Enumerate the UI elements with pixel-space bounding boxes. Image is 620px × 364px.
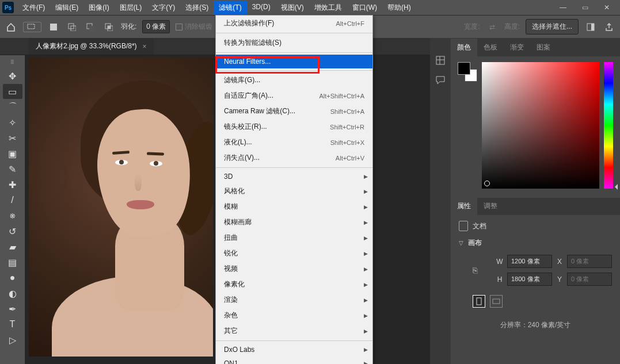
eyedropper-tool[interactable]: ✎ (3, 162, 22, 177)
svg-rect-14 (477, 298, 481, 305)
pen-tool[interactable]: ✒ (3, 301, 22, 316)
type-tool[interactable]: T (3, 317, 22, 332)
magic-wand-tool[interactable]: ✧ (3, 115, 22, 130)
orient-landscape-button[interactable] (490, 295, 503, 308)
eraser-tool[interactable]: ▰ (3, 239, 22, 254)
filter-item-其它[interactable]: 其它 (216, 323, 372, 339)
toolbox: ✥▭⌒✧✂▣✎✚/⎈↺▰▤●◐✒T▷ (0, 55, 25, 364)
color-tab-图案[interactable]: 图案 (530, 39, 557, 56)
path-sel-tool[interactable]: ▷ (3, 332, 22, 347)
document-title: 人像素材2.jpg @ 33.3%(RGB/8*) (36, 41, 137, 51)
menu-编辑(E)[interactable]: 编辑(E) (50, 1, 83, 15)
width-input[interactable]: 1200 像素 (507, 255, 552, 268)
filter-item-模糊[interactable]: 模糊 (216, 199, 372, 214)
sel-int-icon[interactable] (102, 21, 115, 33)
menu-帮助(H)[interactable]: 帮助(H) (382, 1, 416, 15)
document-tab[interactable]: 人像素材2.jpg @ 33.3%(RGB/8*) × (29, 38, 154, 55)
properties-panel: 文档 ▽ 画布 ⎘ W 1200 像素 X 0 像素 H 1800 像素 Y 0… (451, 215, 620, 336)
filter-item-镜头校正(R)...[interactable]: 镜头校正(R)...Shift+Ctrl+R (216, 119, 372, 135)
link-dims-icon[interactable]: ⎘ (473, 266, 492, 275)
dodge-tool[interactable]: ◐ (3, 286, 22, 301)
blur-tool[interactable]: ● (3, 270, 22, 285)
color-tab-渐变[interactable]: 渐变 (504, 39, 530, 56)
filter-menu-dropdown: 上次滤镜操作(F)Alt+Ctrl+F转换为智能滤镜(S)Neural Filt… (215, 15, 373, 364)
menu-视图(V)[interactable]: 视图(V) (276, 1, 309, 15)
filter-item-视频[interactable]: 视频 (216, 261, 372, 277)
menu-滤镜(T)[interactable]: 滤镜(T) (214, 1, 246, 15)
filter-item-风格化[interactable]: 风格化 (216, 183, 372, 199)
menu-增效工具[interactable]: 增效工具 (309, 1, 347, 15)
brush-tool[interactable]: / (3, 193, 22, 208)
window-min[interactable]: — (552, 0, 574, 15)
filter-item-消失点(V)...[interactable]: 消失点(V)...Alt+Ctrl+V (216, 150, 372, 166)
filter-item-杂色[interactable]: 杂色 (216, 308, 372, 323)
fg-bg-swatch[interactable] (458, 62, 477, 82)
tool-preset[interactable] (23, 22, 41, 32)
panel-toggle-icon[interactable] (584, 21, 597, 33)
filter-item-像素化[interactable]: 像素化 (216, 277, 372, 292)
filter-item-渲染[interactable]: 渲染 (216, 292, 372, 308)
filter-item-转换为智能滤镜(S)[interactable]: 转换为智能滤镜(S) (216, 35, 372, 51)
gradient-tool[interactable]: ▤ (3, 255, 22, 270)
window-close[interactable]: ✕ (596, 0, 618, 15)
history-brush-tool[interactable]: ↺ (3, 224, 22, 239)
hue-slider[interactable] (604, 62, 613, 189)
menu-图像(I)[interactable]: 图像(I) (83, 1, 114, 15)
color-field[interactable] (482, 62, 599, 189)
stamp-tool[interactable]: ⎈ (3, 208, 22, 223)
filter-item-液化(L)...[interactable]: 液化(L)...Shift+Ctrl+X (216, 135, 372, 150)
y-input: 0 像素 (567, 273, 612, 286)
menu-选择(S)[interactable]: 选择(S) (180, 1, 214, 15)
move-tool[interactable]: ✥ (3, 68, 22, 83)
window-max[interactable]: ▭ (574, 0, 596, 15)
filter-item-DxO Labs[interactable]: DxO Labs (216, 343, 372, 357)
y-label: Y (556, 275, 564, 283)
feather-input[interactable]: 0 像素 (142, 20, 170, 33)
menu-文字(Y)[interactable]: 文字(Y) (147, 1, 180, 15)
toolbox-grip[interactable] (4, 60, 21, 64)
filter-item-滤镜库(G)...[interactable]: 滤镜库(G)... (216, 72, 372, 88)
lasso-tool[interactable]: ⌒ (3, 99, 22, 114)
properties-tabs: 属性调整 (451, 198, 620, 215)
filter-item-模糊画廊[interactable]: 模糊画廊 (216, 214, 372, 230)
orient-portrait-button[interactable] (473, 295, 485, 308)
svg-rect-10 (591, 24, 594, 30)
chevron-down-icon[interactable]: ▽ (459, 240, 463, 246)
x-input: 0 像素 (567, 255, 612, 268)
menu-3D(D)[interactable]: 3D(D) (247, 1, 276, 15)
filter-item-3D[interactable]: 3D (216, 170, 372, 183)
menu-窗口(W)[interactable]: 窗口(W) (347, 1, 382, 15)
sel-new-icon[interactable] (47, 21, 60, 33)
document-image (29, 58, 213, 357)
prop-tab-属性[interactable]: 属性 (451, 197, 477, 215)
healing-tool[interactable]: ✚ (3, 177, 22, 192)
filter-item-锐化[interactable]: 锐化 (216, 246, 372, 261)
sel-sub-icon[interactable] (84, 21, 97, 33)
share-icon[interactable] (603, 21, 615, 33)
filter-item-ON1[interactable]: ON1 (216, 357, 372, 364)
sel-add-icon[interactable] (66, 21, 78, 33)
select-and-mask-button[interactable]: 选择并遮住... (526, 19, 579, 35)
filter-item-Camera Raw 滤镜(C)...[interactable]: Camera Raw 滤镜(C)...Shift+Ctrl+A (216, 104, 372, 119)
frame-tool[interactable]: ▣ (3, 146, 22, 161)
filter-item-扭曲[interactable]: 扭曲 (216, 230, 372, 246)
color-tab-颜色[interactable]: 颜色 (451, 39, 477, 56)
crop-tool[interactable]: ✂ (3, 131, 22, 145)
menu-文件(F)[interactable]: 文件(F) (17, 1, 50, 15)
comment-strip-icon[interactable] (434, 74, 447, 86)
prop-tab-调整[interactable]: 调整 (477, 197, 504, 215)
color-tab-色板[interactable]: 色板 (477, 39, 504, 56)
menu-图层(L)[interactable]: 图层(L) (115, 1, 147, 15)
filter-item-Neural Filters...[interactable]: Neural Filters... (216, 55, 372, 68)
filter-item-自适应广角(A)...[interactable]: 自适应广角(A)...Alt+Shift+Ctrl+A (216, 88, 372, 104)
close-icon[interactable]: × (143, 43, 147, 51)
swatch-strip-icon[interactable] (434, 54, 447, 67)
window-buttons: — ▭ ✕ (552, 0, 618, 15)
panels-area: 颜色色板渐变图案 属性调整 文档 ▽ 画布 ⎘ W 1200 像素 X 0 像素… (430, 38, 620, 364)
swap-wh-icon: ⇄ (486, 21, 499, 33)
filter-item-上次滤镜操作(F)[interactable]: 上次滤镜操作(F)Alt+Ctrl+F (216, 16, 372, 31)
feather-label: 羽化: (121, 22, 136, 32)
height-input[interactable]: 1800 像素 (507, 273, 552, 286)
marquee-tool[interactable]: ▭ (3, 84, 22, 99)
home-icon[interactable] (5, 21, 17, 33)
